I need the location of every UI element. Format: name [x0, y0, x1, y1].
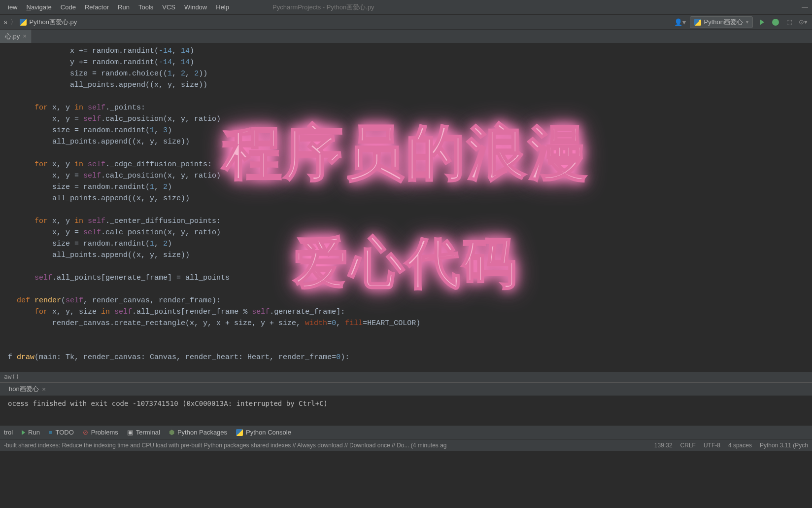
bottom-console[interactable]: Python Console — [236, 429, 291, 436]
breadcrumb-file[interactable]: Python画爱心.py — [30, 18, 77, 27]
run-button[interactable] — [757, 17, 767, 27]
status-eol[interactable]: CRLF — [680, 442, 696, 449]
menu-view[interactable]: iew — [4, 2, 22, 12]
status-caret-pos[interactable]: 139:32 — [654, 442, 673, 449]
python-icon — [20, 19, 27, 26]
user-icon[interactable]: 👤▾ — [674, 18, 686, 26]
menu-refactor[interactable]: Refactor — [81, 2, 113, 12]
navigation-toolbar: s 〉 Python画爱心.py 👤▾ Python画爱心 ▾ ⬚ ⊙▾ — [0, 15, 812, 30]
minimize-icon[interactable]: — — [802, 3, 808, 11]
status-indent[interactable]: 4 spaces — [728, 442, 752, 449]
status-bar: -built shared indexes: Reduce the indexi… — [0, 439, 812, 451]
menu-help[interactable]: Help — [212, 2, 233, 12]
status-message[interactable]: -built shared indexes: Reduce the indexi… — [4, 442, 447, 449]
menu-tools[interactable]: Tools — [135, 2, 157, 12]
bottom-run[interactable]: Run — [22, 429, 40, 436]
bottom-problems[interactable]: ⊘Problems — [83, 429, 118, 436]
run-config-selector[interactable]: Python画爱心 ▾ — [690, 16, 753, 28]
python-icon — [694, 19, 701, 26]
bug-icon — [772, 19, 779, 26]
breadcrumb: s 〉 Python画爱心.py — [4, 18, 77, 27]
menu-navigate[interactable]: Navigate — [23, 2, 56, 12]
chevron-down-icon: ▾ — [746, 19, 748, 25]
bottom-terminal[interactable]: ▣Terminal — [127, 429, 160, 436]
code-editor[interactable]: x += random.randint(-14, 14) y += random… — [0, 43, 812, 371]
profile-button[interactable]: ⊙▾ — [798, 17, 808, 27]
bottom-packages[interactable]: ⬢Python Packages — [169, 429, 227, 436]
run-config-label: Python画爱心 — [704, 18, 743, 27]
play-icon — [22, 430, 25, 435]
play-icon — [760, 19, 764, 25]
window-title: PycharmProjects - Python画爱心.py — [272, 3, 374, 12]
bottom-todo[interactable]: ≡TODO — [49, 429, 74, 436]
run-tab[interactable]: hon画爱心 ✕ — [4, 383, 51, 395]
status-interpreter[interactable]: Python 3.11 (Pych — [760, 442, 808, 449]
close-icon[interactable]: ✕ — [42, 387, 46, 392]
editor-tab[interactable]: 心.py ✕ — [0, 30, 32, 43]
status-encoding[interactable]: UTF-8 — [704, 442, 720, 449]
window-controls: — — [802, 3, 808, 11]
menu-vcs[interactable]: VCS — [158, 2, 179, 12]
run-output[interactable]: ocess finished with exit code -107374151… — [0, 396, 812, 425]
menu-run[interactable]: Run — [114, 2, 134, 12]
structure-breadcrumb[interactable]: aw() — [0, 371, 812, 382]
editor-tabs: 心.py ✕ — [0, 30, 812, 43]
titlebar: iew Navigate Code Refactor Run Tools VCS… — [0, 0, 812, 15]
coverage-button[interactable]: ⬚ — [784, 17, 794, 27]
debug-button[interactable] — [771, 17, 780, 27]
tab-label: 心.py — [5, 32, 20, 41]
run-tabs: hon画爱心 ✕ — [0, 383, 812, 396]
breadcrumb-sep: 〉 — [10, 18, 17, 27]
run-tool-window: hon画爱心 ✕ ocess finished with exit code -… — [0, 382, 812, 425]
close-icon[interactable]: ✕ — [23, 34, 27, 39]
bottom-tool-bar: trol Run ≡TODO ⊘Problems ▣Terminal ⬢Pyth… — [0, 425, 812, 439]
bottom-control[interactable]: trol — [4, 429, 13, 436]
menu-window[interactable]: Window — [180, 2, 211, 12]
main-menu: iew Navigate Code Refactor Run Tools VCS… — [4, 2, 233, 12]
python-icon — [236, 429, 243, 436]
menu-code[interactable]: Code — [57, 2, 80, 12]
breadcrumb-root[interactable]: s — [4, 18, 7, 26]
